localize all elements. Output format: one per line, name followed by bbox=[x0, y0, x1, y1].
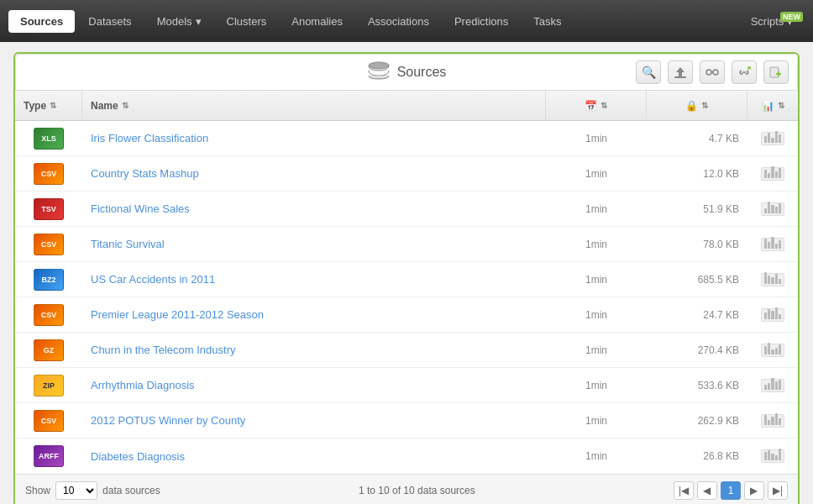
time-value: 1min bbox=[585, 168, 607, 180]
size-value: 4.7 KB bbox=[709, 133, 739, 144]
add-source-button[interactable] bbox=[763, 60, 789, 84]
source-name-link[interactable]: US Car Accidents in 2011 bbox=[91, 273, 215, 286]
bar-segment bbox=[775, 207, 778, 213]
nav-tasks[interactable]: Tasks bbox=[522, 10, 573, 33]
nav-datasets[interactable]: Datasets bbox=[76, 10, 143, 33]
last-page-button[interactable]: ▶| bbox=[768, 481, 788, 500]
first-page-button[interactable]: |◀ bbox=[674, 481, 694, 500]
file-type-badge: ZIP bbox=[34, 375, 64, 396]
td-size: 533.6 KB bbox=[647, 368, 747, 402]
td-chart bbox=[747, 262, 798, 297]
source-name-link[interactable]: Diabetes Diagnosis bbox=[91, 450, 185, 463]
nav-associations[interactable]: Associations bbox=[356, 10, 441, 33]
table-row: CSV Country Stats Mashup 1min 12.0 KB bbox=[15, 156, 798, 192]
mini-chart[interactable] bbox=[761, 238, 784, 251]
mini-chart[interactable] bbox=[761, 132, 784, 145]
nav-models[interactable]: Models ▾ bbox=[145, 10, 213, 33]
pagination-controls: |◀ ◀ 1 ▶ ▶| bbox=[674, 481, 788, 500]
chevron-down-icon: ▾ bbox=[196, 15, 202, 28]
svg-point-2 bbox=[706, 70, 711, 75]
source-name-link[interactable]: 2012 POTUS Winner by County bbox=[91, 414, 245, 427]
mini-chart[interactable] bbox=[761, 379, 784, 392]
source-name-link[interactable]: Churn in the Telecom Industry bbox=[91, 344, 235, 356]
td-type: BZ2 bbox=[15, 262, 82, 297]
source-name-link[interactable]: Premier League 2011-2012 Season bbox=[91, 308, 264, 321]
source-name-link[interactable]: Country Stats Mashup bbox=[91, 167, 199, 180]
nav-predictions[interactable]: Predictions bbox=[443, 10, 520, 33]
sort-created-icon: ⇅ bbox=[601, 101, 607, 110]
size-value: 26.8 KB bbox=[703, 450, 739, 462]
per-page-select[interactable]: 10 25 50 bbox=[55, 481, 97, 500]
new-badge: NEW bbox=[780, 12, 803, 22]
th-size[interactable]: 🔒 ⇅ bbox=[647, 91, 747, 120]
bar-segment bbox=[775, 274, 778, 284]
search-button[interactable]: 🔍 bbox=[636, 60, 661, 84]
bar-segment bbox=[779, 344, 781, 354]
file-type-badge: TSV bbox=[34, 198, 64, 220]
td-chart bbox=[747, 403, 798, 438]
size-value: 78.0 KB bbox=[703, 239, 739, 250]
th-name[interactable]: Name ⇅ bbox=[82, 91, 546, 120]
bar-segment bbox=[779, 314, 781, 319]
table-row: TSV Fictional Wine Sales 1min 51.9 KB bbox=[15, 192, 798, 227]
mini-chart[interactable] bbox=[761, 167, 784, 181]
size-value: 12.0 KB bbox=[703, 168, 739, 180]
source-name-link[interactable]: Titanic Survival bbox=[91, 238, 165, 250]
bar-segment bbox=[771, 311, 774, 319]
upload-button[interactable] bbox=[668, 60, 693, 84]
td-chart bbox=[747, 156, 798, 191]
database-icon bbox=[367, 61, 391, 84]
nav-anomalies[interactable]: Anomalies bbox=[280, 10, 354, 33]
td-type: CSV bbox=[15, 227, 82, 261]
mini-chart[interactable] bbox=[761, 202, 784, 216]
connect-button[interactable] bbox=[700, 60, 725, 84]
source-name-link[interactable]: Fictional Wine Sales bbox=[91, 202, 190, 215]
bar-segment bbox=[775, 171, 778, 178]
bar-segment bbox=[779, 279, 781, 284]
calendar-icon: 📅 bbox=[585, 100, 597, 112]
td-time: 1min bbox=[546, 192, 647, 226]
td-size: 24.7 KB bbox=[647, 297, 747, 332]
bar-segment bbox=[779, 203, 781, 213]
bar-segment bbox=[768, 383, 770, 390]
table-row: CSV Premier League 2011-2012 Season 1min… bbox=[15, 297, 798, 333]
time-value: 1min bbox=[585, 274, 607, 286]
td-chart bbox=[747, 121, 798, 155]
bar-segment bbox=[764, 415, 767, 425]
next-page-button[interactable]: ▶ bbox=[744, 481, 764, 500]
th-created[interactable]: 📅 ⇅ bbox=[546, 91, 647, 120]
bar-segment bbox=[775, 413, 778, 425]
td-name: Churn in the Telecom Industry bbox=[82, 333, 546, 367]
th-chart[interactable]: 📊 ⇅ bbox=[747, 91, 798, 120]
link-button[interactable]: + bbox=[732, 60, 757, 84]
td-size: 78.0 KB bbox=[647, 227, 747, 261]
bar-segment bbox=[764, 239, 767, 249]
bar-segment bbox=[771, 166, 774, 178]
file-type-badge: BZ2 bbox=[34, 269, 64, 291]
bar-segment bbox=[764, 136, 767, 143]
th-type[interactable]: Type ⇅ bbox=[15, 91, 82, 120]
mini-chart[interactable] bbox=[761, 449, 784, 463]
nav-sources[interactable]: Sources bbox=[8, 10, 75, 33]
sort-name-icon: ⇅ bbox=[122, 101, 129, 110]
nav-scripts-area: Scripts ▾ NEW bbox=[739, 15, 805, 28]
nav-clusters[interactable]: Clusters bbox=[215, 10, 279, 33]
table-row: GZ Churn in the Telecom Industry 1min 27… bbox=[15, 333, 798, 368]
prev-page-button[interactable]: ◀ bbox=[697, 481, 717, 500]
td-type: CSV bbox=[15, 156, 82, 191]
current-page-button[interactable]: 1 bbox=[721, 481, 741, 500]
mini-chart[interactable] bbox=[761, 273, 784, 286]
td-name: Country Stats Mashup bbox=[82, 156, 546, 191]
mini-chart[interactable] bbox=[761, 414, 784, 428]
mini-chart[interactable] bbox=[761, 344, 784, 357]
mini-chart[interactable] bbox=[761, 308, 784, 322]
bar-segment bbox=[771, 454, 774, 460]
bar-segment bbox=[771, 378, 774, 390]
source-name-link[interactable]: Iris Flower Classification bbox=[91, 132, 208, 144]
td-time: 1min bbox=[546, 438, 647, 474]
bar-segment bbox=[771, 138, 774, 143]
td-size: 4.7 KB bbox=[647, 121, 747, 155]
svg-rect-7 bbox=[770, 67, 779, 77]
source-name-link[interactable]: Arrhythmia Diagnosis bbox=[91, 379, 195, 391]
nav-scripts[interactable]: Scripts ▾ NEW bbox=[739, 10, 805, 33]
